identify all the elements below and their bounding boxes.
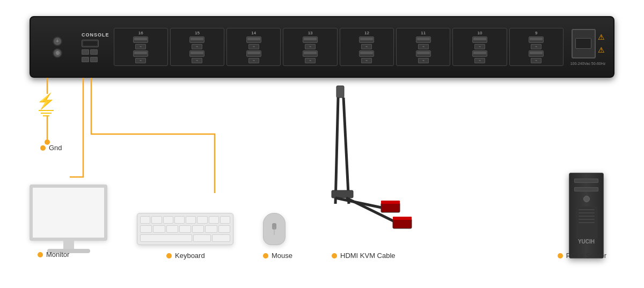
port-10: 10 ⌁ ⌁ [452,28,507,66]
usb-port-14b: ⌁ [248,58,259,63]
monitor-neck [63,241,74,249]
mouse-label-text: Mouse [272,252,292,260]
keyboard-dot [166,253,172,259]
key [212,234,230,242]
ground-line-1 [39,110,54,111]
keyboard-label: Keyboard [166,252,205,260]
key [209,216,219,224]
key [179,225,191,233]
usb-port-16b: ⌁ [135,58,146,63]
ground-lines [39,110,54,116]
svg-line-2 [335,98,338,204]
port-14: 14 ⌁ ⌁ [226,28,281,66]
console-usb-4 [90,57,98,62]
screw-bottom [53,48,62,58]
key [166,225,178,233]
pc-tower: YUCIH [569,173,604,259]
kvm-left-panel [36,36,79,58]
ground-line-2 [41,113,52,114]
usb-port-9b: ⌁ [531,58,541,63]
gnd-label: Gnd [40,144,62,152]
pc-brand-logo: YUCIH [578,239,595,245]
usb-port-11: ⌁ [418,44,429,49]
vent-1 [579,209,595,210]
usb-port-12b: ⌁ [361,58,372,63]
hdmi-port-15b [189,50,204,57]
hdmi-port-14b [246,50,261,57]
keyboard-label-text: Keyboard [175,252,205,260]
pc-power-button [583,196,590,202]
hdmi-port-13 [303,36,318,43]
ground-line-3 [43,115,49,116]
pc-label: PC or Server [558,252,606,260]
pc-drive-1 [574,179,598,183]
monitor-dot [38,252,43,257]
key-row-2 [140,225,230,233]
svg-line-3 [343,98,349,204]
monitor-container [30,184,107,253]
usb-port-10: ⌁ [474,44,485,49]
lightning-bolt: ⚡ [36,94,55,109]
vent-4 [579,219,595,220]
vent-5 [579,222,595,223]
warning-icon-bottom: ⚠ [598,46,605,54]
svg-rect-4 [332,190,353,198]
mouse-divider [274,227,275,235]
port-12: 12 ⌁ ⌁ [340,28,394,66]
pc-dot [558,253,563,259]
usb-port-13: ⌁ [305,44,316,49]
key [197,216,207,224]
usb-port-11b: ⌁ [418,58,429,63]
kvm-power-section: ⚠ ⚠ 100-240Vac 50-60Hz [568,29,608,65]
console-usb-2 [90,49,98,55]
key [140,234,192,242]
key [163,216,173,224]
hdmi-port-12b [359,50,374,57]
key [192,225,204,233]
screw-top [53,36,62,46]
hdmi-port-14 [246,36,261,43]
key-row-3 [140,234,230,242]
ground-symbol: ⚡ [36,94,55,116]
hdmi-kvm-label: HDMI KVM Cable [332,252,396,260]
monitor-label-text: Monitor [46,250,69,259]
key [153,225,165,233]
console-usb-ports [82,49,98,55]
key [193,234,211,242]
power-outlet [572,29,596,58]
voltage-label: 100-240Vac 50-60Hz [570,62,606,65]
usb-port-16: ⌁ [135,44,146,49]
hdmi-kvm-label-text: HDMI KVM Cable [340,252,396,260]
hdmi-port-11 [416,36,431,43]
console-label: CONSOLE [82,32,109,38]
hdmi-port-9b [529,50,544,57]
hdmi-port-11b [416,50,431,57]
port-9: 9 ⌁ ⌁ [509,28,564,66]
mouse-container [263,213,286,245]
port-16: 16 ⌁ ⌁ [114,28,168,66]
usb-port-12: ⌁ [361,44,372,49]
hdmi-port-10 [472,36,487,43]
key [140,216,150,224]
key [140,225,152,233]
mouse-dot [263,253,268,259]
svg-rect-9 [393,219,412,228]
hdmi-port-16 [133,36,148,43]
vent-3 [579,216,595,217]
usb-port-10b: ⌁ [474,58,485,63]
pc-label-text: PC or Server [566,252,606,260]
hdmi-port-10b [472,50,487,57]
console-section: CONSOLE [82,32,109,62]
svg-rect-1 [336,86,344,98]
svg-line-5 [335,198,389,209]
kvm-switch: CONSOLE 16 ⌁ ⌁ 15 ⌁ ⌁ 14 ⌁ [30,16,614,78]
mouse-body [263,213,286,245]
key [205,225,217,233]
gnd-dot [40,145,46,151]
hdmi-port-9 [529,36,544,43]
usb-port-15: ⌁ [192,44,202,49]
usb-port-13b: ⌁ [305,58,316,63]
vent-2 [579,212,595,213]
power-socket [575,38,591,49]
ports-section: 16 ⌁ ⌁ 15 ⌁ ⌁ 14 ⌁ ⌁ 13 ⌁ ⌁ 12 [109,17,568,77]
